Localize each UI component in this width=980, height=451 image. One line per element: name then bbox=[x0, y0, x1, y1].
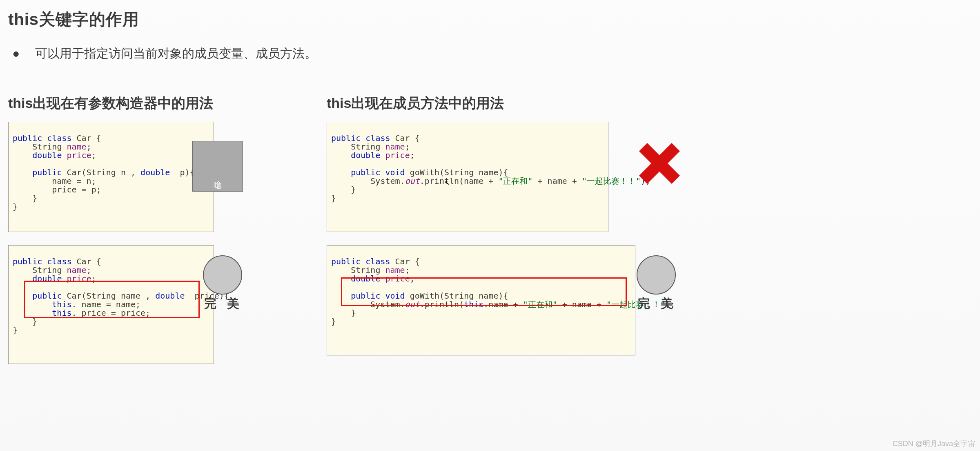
assign-price: price = p; bbox=[52, 185, 101, 194]
type-double: double bbox=[140, 167, 175, 177]
brace-close: } bbox=[13, 325, 18, 335]
sysout-c: + name + bbox=[533, 176, 582, 186]
highlight-frame-right bbox=[341, 277, 627, 306]
brace-close: } bbox=[331, 317, 336, 326]
brace: { bbox=[91, 133, 101, 143]
str1: "正在和" bbox=[498, 176, 532, 186]
type-double: double bbox=[32, 150, 67, 160]
brace: { bbox=[91, 257, 101, 266]
code-box-left-2: public class Car { String name; double p… bbox=[8, 245, 214, 364]
brace-close: } bbox=[351, 308, 356, 318]
brace-close: } bbox=[331, 193, 336, 203]
brace: { bbox=[410, 257, 420, 266]
bullet-text: 可以用于指定访问当前对象的成员变量、成员方法。 bbox=[35, 45, 317, 62]
cross-icon bbox=[600, 134, 641, 175]
code-box-right-2: public class Car { String name; double p… bbox=[327, 245, 635, 355]
meme-perfect-right: 完 美 bbox=[637, 255, 676, 310]
meme-angry-caption: 噫 bbox=[214, 181, 222, 190]
bullet-dot-icon: ● bbox=[12, 47, 20, 60]
highlight-frame-left bbox=[24, 281, 200, 318]
meme-perfect-head-icon bbox=[637, 255, 676, 295]
columns: this出现在有参数构造器中的用法 public class Car { Str… bbox=[8, 94, 972, 377]
meme-angry-image: 噫 bbox=[192, 141, 243, 192]
brace-close: } bbox=[351, 185, 356, 194]
sysout-out: out bbox=[405, 176, 420, 186]
brace: { bbox=[410, 133, 420, 143]
meme-angry: 噫 bbox=[192, 141, 243, 192]
code-box-left-1: public class Car { String name; double p… bbox=[8, 122, 214, 232]
meme-perfect-label: 完 美 bbox=[638, 297, 675, 310]
field-price: price bbox=[67, 150, 91, 160]
svg-marker-0 bbox=[639, 143, 680, 184]
main-title: this关键字的作用 bbox=[8, 8, 972, 31]
right-column: this出现在成员方法中的用法 public class Car { Strin… bbox=[327, 94, 635, 377]
meme-perfect-label: 完 美 bbox=[204, 297, 241, 310]
sysout-b: .println(name + bbox=[420, 176, 499, 186]
meme-perfect-left: 完 美 bbox=[203, 255, 242, 310]
bullet-item: ● 可以用于指定访问当前对象的成员变量、成员方法。 bbox=[12, 45, 972, 62]
field-price: price bbox=[385, 150, 410, 160]
watermark: CSDN @明月Java全宇宙 bbox=[893, 439, 975, 449]
left-heading: this出现在有参数构造器中的用法 bbox=[8, 94, 237, 113]
brace-close: } bbox=[32, 193, 37, 203]
sysout-a: System. bbox=[370, 176, 405, 186]
semi: ; bbox=[410, 150, 415, 160]
code-box-right-1: public class Car { String name; double p… bbox=[327, 122, 608, 232]
cursor-icon: ↖ bbox=[445, 178, 450, 186]
semi: ; bbox=[91, 150, 96, 160]
sig2: p){ bbox=[175, 167, 194, 177]
right-heading: this出现在成员方法中的用法 bbox=[327, 94, 635, 113]
left-column: this出现在有参数构造器中的用法 public class Car { Str… bbox=[8, 94, 237, 377]
type-double: double bbox=[351, 150, 385, 160]
brace-close: } bbox=[13, 202, 18, 212]
meme-perfect-head-icon bbox=[203, 255, 242, 295]
